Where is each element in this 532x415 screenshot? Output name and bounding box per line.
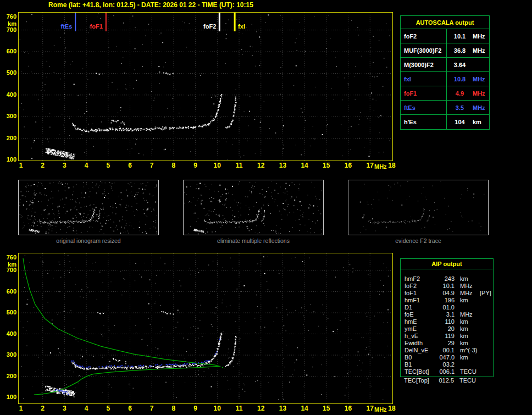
autoscala-row-value: 3.5MHz	[446, 101, 489, 114]
aip-row-unit: km	[455, 333, 479, 340]
aip-row-unit: MHz	[455, 311, 479, 318]
autoscala-value-number: 3.5	[447, 101, 473, 114]
y-axis-tick: 600	[1, 48, 16, 55]
marker-label-foF2: foF2	[203, 23, 216, 30]
y-axis-tick: 760	[1, 13, 16, 20]
aip-row: h_vE119km	[401, 333, 493, 340]
aip-row-value: 29	[436, 340, 455, 347]
x-axis-tick: 8	[168, 405, 179, 412]
aip-table-body: hmF2243kmfoF210.1MHzfoF104.9MHz[PY]hmF11…	[401, 269, 493, 377]
aip-row-value: 012.5	[435, 377, 454, 384]
x-axis-tick: 14	[299, 162, 310, 169]
autoscala-table-header: AUTOSCALA output	[401, 16, 489, 29]
aip-row-value: 01.0	[436, 304, 455, 311]
aip-row-value: 006.1	[436, 368, 455, 375]
aip-row-value: 3.1	[436, 311, 455, 318]
x-axis-tick: 5	[103, 162, 114, 169]
aip-row-extra	[479, 318, 493, 325]
x-axis-tick: 16	[343, 405, 354, 412]
x-axis-tick: 11	[234, 162, 245, 169]
station-title: Rome (lat: +41.8, lon: 012.5) - DATE: 20…	[48, 1, 253, 9]
aip-row-unit	[455, 304, 479, 311]
x-axis-unit-top: MHz	[374, 163, 387, 170]
x-axis-tick: 13	[277, 405, 288, 412]
aip-row-unit: km	[455, 325, 479, 333]
aip-row-name: DelN_vE	[401, 347, 436, 354]
x-axis-tick: 5	[103, 405, 114, 412]
y-axis-tick: 400	[1, 91, 16, 98]
aip-row-value: 03.2	[436, 361, 455, 368]
x-axis-tick: 12	[256, 405, 267, 412]
x-axis-tick: 9	[190, 405, 201, 412]
autoscala-value-number: 4.9	[447, 86, 473, 100]
x-axis-tick: 18	[386, 405, 397, 412]
aip-row-extra	[479, 368, 493, 375]
autoscala-value-number: 10.8	[447, 72, 473, 86]
aip-row-name: TEC[Top]	[400, 377, 435, 384]
aip-row-name: B1	[401, 361, 436, 368]
aip-row-unit: m^(-3)	[455, 347, 479, 354]
x-axis-tick: 1	[15, 162, 26, 169]
panel-caption-eliminate: eliminate multiple reflections	[183, 237, 324, 244]
aip-row-unit: km	[455, 340, 479, 347]
autoscala-value-number: 3.64	[447, 58, 473, 71]
autoscala-row-name: fxI	[401, 72, 446, 86]
aip-row: foE3.1MHz	[401, 311, 493, 318]
aip-row-name: D1	[401, 304, 436, 311]
aip-row-extra	[479, 297, 493, 304]
y-axis-tick: 300	[1, 113, 16, 120]
aip-row-value: 10.1	[436, 283, 455, 290]
aip-row-unit: km	[455, 354, 479, 361]
aip-row: hmF2243km	[401, 275, 493, 283]
y-axis-tick: 500	[1, 309, 16, 316]
aip-row-name: foF1	[401, 290, 436, 297]
aip-row-extra	[479, 347, 493, 354]
y-axis-tick: 100	[1, 156, 16, 163]
x-axis-tick: 14	[299, 405, 310, 412]
y-axis-tick: 500	[1, 69, 16, 76]
aip-row-name: B0	[401, 354, 436, 361]
x-axis-tick: 18	[386, 162, 397, 169]
aip-row-name: foF2	[401, 283, 436, 290]
aip-row-value: 243	[436, 275, 455, 283]
y-axis-tick: 600	[1, 288, 16, 295]
marker-label-foF1: foF1	[90, 23, 103, 30]
aip-row-unit: km	[455, 297, 479, 304]
x-axis-tick: 7	[146, 405, 157, 412]
top-ionogram-plot: ftEsfoF1foF2fxI	[18, 12, 393, 161]
aip-row-value: 00.1	[436, 347, 455, 354]
aip-row: foF104.9MHz[PY]	[401, 290, 493, 297]
panel-caption-original: original ionogram resized	[18, 237, 159, 244]
aip-row: TEC[Bot]006.1TECU	[401, 368, 493, 375]
aip-row-unit: km	[455, 318, 479, 325]
autoscala-row-value: 10.1MHz	[446, 29, 489, 43]
aip-row-unit: MHz	[455, 290, 479, 297]
aip-row: foF210.1MHz	[401, 283, 493, 290]
marker-label-fxI: fxI	[238, 23, 245, 30]
x-axis-tick: 7	[146, 162, 157, 169]
x-axis-tick: 10	[212, 405, 223, 412]
top-ionogram-canvas: ftEsfoF1foF2fxI	[19, 13, 392, 161]
panel-eliminate-canvas	[184, 180, 323, 235]
aip-row-extra	[479, 325, 493, 333]
x-axis-tick: 16	[343, 162, 354, 169]
aip-row-unit: MHz	[455, 283, 479, 290]
autoscala-row: foF14.9MHz	[401, 86, 489, 101]
panel-evidence-canvas	[348, 180, 488, 235]
aip-row-name: TEC[Bot]	[401, 368, 436, 375]
aip-row-name: hmF1	[401, 297, 436, 304]
aip-row-extra	[479, 354, 493, 361]
autoscala-table-body: foF210.1MHzMUF(3000)F236.8MHzM(3000)F23.…	[401, 29, 489, 129]
aip-row: DelN_vE00.1m^(-3)	[401, 347, 493, 354]
x-axis-tick: 9	[190, 162, 201, 169]
x-axis-tick: 10	[212, 162, 223, 169]
x-axis-tick: 15	[321, 162, 332, 169]
aip-row-name: hmE	[401, 318, 436, 325]
x-axis-tick: 6	[125, 405, 136, 412]
aip-row-value: 110	[436, 318, 455, 325]
autoscala-row: ftEs3.5MHz	[401, 101, 489, 115]
aip-row-extra	[479, 333, 493, 340]
aip-row: TEC[Top]012.5TECU	[400, 377, 494, 384]
x-axis-tick: 1	[15, 405, 26, 412]
aip-row: B0047.0km	[401, 354, 493, 361]
